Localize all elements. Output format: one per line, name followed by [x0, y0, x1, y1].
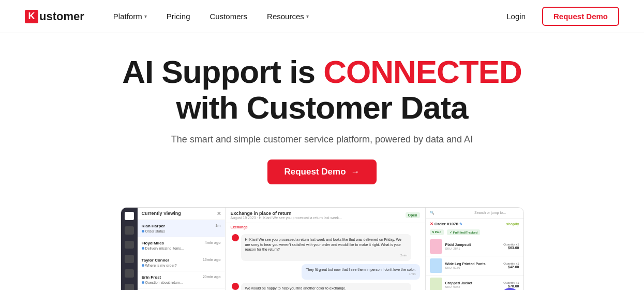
- order-items: Plaid Jumpsuit SKU: 2841 Quantity x1 $63…: [426, 237, 523, 290]
- mock-sidebar-chat-icon: [125, 226, 134, 235]
- mock-sidebar-grid-icon: [125, 284, 134, 290]
- open-status-badge: Open: [406, 212, 420, 218]
- product-mockup: Currently Viewing ✕ Kian Harper 1m Order…: [0, 207, 644, 290]
- mock-sidebar-list-icon: [125, 241, 134, 249]
- conversation-item: Floyd Miles 4min ago Delivery missing it…: [138, 237, 225, 254]
- mock-sidebar-settings-icon: [125, 255, 134, 263]
- mock-sidebar: [121, 208, 138, 290]
- shopify-badge: shopify: [506, 222, 519, 226]
- chat-message: We would be happy to help you find anoth…: [241, 283, 411, 290]
- close-icon: ✕: [217, 211, 221, 216]
- edit-icon: ✎: [459, 222, 462, 226]
- nav-resources[interactable]: Resources ▾: [259, 8, 317, 25]
- messages-area: Hi Kian! We see you processed a return l…: [226, 231, 425, 290]
- conversation-list: Currently Viewing ✕ Kian Harper 1m Order…: [138, 208, 226, 290]
- order-item: Wide Leg Printed Pants SKU: 5179 Quantit…: [426, 256, 523, 276]
- request-demo-cta-button[interactable]: Request Demo →: [267, 160, 376, 184]
- order-search-header: 🔍 Search or jump to...: [426, 208, 523, 219]
- logo-text: ustomer: [39, 10, 84, 23]
- conv-list-header: Currently Viewing ✕: [138, 208, 225, 220]
- chat-message: They fit great but now that I see them i…: [302, 264, 420, 280]
- x-icon: ✕: [430, 222, 433, 226]
- nav-links: Platform ▾ Pricing Customers Resources ▾: [105, 8, 498, 25]
- nav-pricing[interactable]: Pricing: [158, 8, 199, 25]
- chat-area: Exchange in place of return August 19 20…: [226, 208, 425, 290]
- fulfilled-badge: ✓ Fulfilled/Tracked: [447, 229, 480, 235]
- conversation-items: Kian Harper 1m Order status Floyd Miles …: [138, 220, 225, 288]
- order-panel: 🔍 Search or jump to... ✕ Order #1078 ✎ s…: [425, 208, 523, 290]
- chevron-down-icon: ▾: [144, 13, 147, 19]
- logo[interactable]: K ustomer: [25, 10, 84, 23]
- login-button[interactable]: Login: [498, 8, 534, 25]
- order-title-row: ✕ Order #1078 ✎ shopify: [426, 219, 523, 229]
- arrow-icon: →: [351, 167, 360, 177]
- navbar: K ustomer Platform ▾ Pricing Customers R…: [0, 0, 644, 33]
- conversation-item: Taylor Conner 15min ago Where is my orde…: [138, 254, 225, 271]
- mock-sidebar-refresh-icon: [125, 269, 134, 278]
- request-demo-nav-button[interactable]: Request Demo: [542, 7, 619, 26]
- hero-subtext: The smart and simple customer service pl…: [10, 134, 634, 145]
- conversation-item: Erin Frost 20min ago Question about retu…: [138, 271, 225, 288]
- mock-sidebar-home-icon: [125, 212, 134, 220]
- chevron-down-icon-2: ▾: [306, 13, 309, 19]
- nav-customers[interactable]: Customers: [202, 8, 256, 25]
- exchange-tag: Exchange: [226, 223, 425, 231]
- conversation-item: Kian Harper 1m Order status: [138, 220, 225, 237]
- nav-right: Login Request Demo: [498, 7, 619, 26]
- mockup-screenshot: Currently Viewing ✕ Kian Harper 1m Order…: [121, 207, 524, 290]
- search-icon: 🔍: [430, 211, 475, 215]
- order-item: Plaid Jumpsuit SKU: 2841 Quantity x1 $63…: [426, 237, 523, 256]
- hero-heading: AI Support is CONNECTED with Customer Da…: [10, 54, 634, 126]
- chat-message: Hi Kian! We see you processed a return l…: [241, 234, 411, 261]
- order-status-row: $ Paid ✓ Fulfilled/Tracked: [426, 229, 523, 237]
- logo-k-icon: K: [25, 10, 38, 23]
- paid-badge: $ Paid: [430, 229, 444, 235]
- hero-section: AI Support is CONNECTED with Customer Da…: [0, 33, 644, 195]
- chat-header: Exchange in place of return August 19 20…: [226, 208, 425, 223]
- nav-platform[interactable]: Platform ▾: [105, 8, 155, 25]
